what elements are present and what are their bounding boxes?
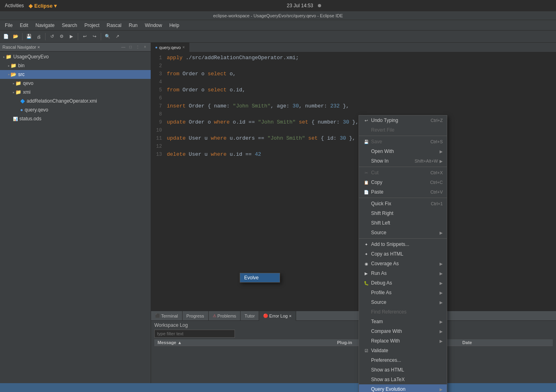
filter-input[interactable] (154, 330, 235, 338)
workspace-log-label: Workspace Log (154, 322, 553, 328)
ctx-copyhtml[interactable]: ✦Copy as HTML (359, 249, 447, 259)
ctx-openwith[interactable]: Open With ▶ (359, 146, 447, 156)
triangle-qevo: ▸ (13, 82, 15, 85)
coverageas-arrow: ▶ (440, 262, 443, 266)
sidebar-header: Rascal Navigator × — □ ⋮ × (0, 43, 151, 52)
toolbar-open[interactable]: 📂 (11, 32, 20, 41)
tree-label-queryqevo: query.qevo (25, 107, 48, 113)
code-line-6: 6 (151, 94, 556, 102)
tab-errorlog[interactable]: 🔴 Error Log × (259, 311, 296, 321)
paste-icon: 📄 (363, 189, 369, 195)
problems-icon: ⚠ (213, 314, 216, 318)
tab-problems[interactable]: ⚠ Problems (209, 311, 241, 321)
sidebar-maximize[interactable]: □ (127, 44, 134, 50)
toolbar-save[interactable]: 💾 (25, 32, 33, 41)
openwith-arrow: ▶ (440, 149, 443, 154)
menu-bar: File Edit Navigate Search Project Rascal… (0, 20, 556, 31)
code-line-2: 2 (151, 62, 556, 70)
tab-progress[interactable]: Progress (183, 311, 209, 321)
tree-label-xmi: xmi (23, 89, 31, 95)
ctx-sep-1 (359, 136, 447, 136)
toolbar-new[interactable]: 📄 (2, 32, 10, 41)
ctx-paste[interactable]: 📄Paste Ctrl+V (359, 187, 447, 197)
ctx-copy[interactable]: 📋Copy Ctrl+C (359, 177, 447, 187)
ctx-team[interactable]: Team ▶ (359, 317, 447, 326)
tree-item-qevo[interactable]: ▸ 📁 qevo (0, 79, 151, 88)
submenu-evolve[interactable]: Evolve (240, 273, 280, 282)
tab-tutor[interactable]: Tutor (241, 311, 259, 321)
quickfix-icon (363, 200, 369, 207)
sidebar-close[interactable]: × (142, 44, 148, 50)
ctx-queryevo[interactable]: Query Evolution ▶ (359, 384, 447, 392)
menu-help[interactable]: Help (166, 21, 183, 29)
ctx-quickfix[interactable]: Quick Fix Ctrl+1 (359, 199, 447, 208)
ctx-source2[interactable]: Source ▶ (359, 297, 447, 307)
ctx-showlatex[interactable]: Show as LaTeX (359, 375, 447, 384)
notification-dot (318, 4, 321, 7)
sidebar-menu[interactable]: ⋮ (135, 44, 141, 50)
code-line-7: 7 insert Order { name: "John Smith", age… (151, 102, 556, 110)
tree-item-root[interactable]: ▸ 📁 UsageQueryEvo (0, 52, 151, 61)
menu-navigate[interactable]: Navigate (32, 21, 58, 29)
menu-project[interactable]: Project (81, 21, 102, 29)
menu-run[interactable]: Run (125, 21, 141, 29)
ctx-undo[interactable]: ↩Undo Typing Ctrl+Z (359, 116, 447, 125)
editor-tab-queryqevo[interactable]: ● query.qevo × (151, 43, 189, 52)
ctx-runas[interactable]: ▶Run As ▶ (359, 268, 447, 278)
title-bar: eclipse-workspace - UsageQueryEvo/src/qu… (0, 11, 556, 20)
ctx-save: 💾Save Ctrl+S (359, 137, 447, 146)
ctx-profileas[interactable]: Profile As ▶ (359, 288, 447, 297)
activities-label[interactable]: Activities (5, 3, 24, 8)
ctx-debugas[interactable]: 🐛Debug As ▶ (359, 278, 447, 288)
ctx-preferences[interactable]: Preferences... (359, 355, 447, 365)
toolbar-refresh[interactable]: ↺ (48, 32, 56, 41)
code-line-9: 9 update Order o where o.id == "John Smi… (151, 118, 556, 126)
toolbar-undo[interactable]: ↩ (80, 32, 89, 41)
ctx-sep-3 (359, 198, 447, 198)
ctx-snippets[interactable]: ✦Add to Snippets... (359, 239, 447, 249)
toolbar-redo[interactable]: ↪ (90, 32, 99, 41)
toolbar-run[interactable]: ▶ (67, 32, 76, 41)
bottom-tabs: ⬛ Terminal Progress ⚠ Problems Tutor 🔴 E… (151, 311, 556, 321)
menu-file[interactable]: File (2, 21, 16, 29)
tree-item-queryqevo[interactable]: ● query.qevo (0, 105, 151, 114)
tree-item-xmi[interactable]: ▸ 📁 xmi (0, 88, 151, 97)
findref-icon (363, 309, 369, 315)
toolbar-sep-4 (101, 33, 101, 40)
menu-edit[interactable]: Edit (17, 21, 31, 29)
ctx-shiftright[interactable]: Shift Right (359, 208, 447, 218)
save-icon: 💾 (363, 138, 369, 145)
toolbar-external[interactable]: ↗ (113, 32, 122, 41)
sidebar-minimize[interactable]: — (120, 44, 127, 50)
menu-rascal[interactable]: Rascal (104, 21, 125, 29)
menu-search[interactable]: Search (58, 21, 80, 29)
ctx-replacewith[interactable]: Replace With ▶ (359, 336, 447, 346)
tab-terminal[interactable]: ⬛ Terminal (151, 311, 183, 321)
sidebar-title: Rascal Navigator × (2, 45, 40, 50)
toolbar-build[interactable]: ⚙ (57, 32, 66, 41)
toolbar-search[interactable]: 🔍 (103, 32, 112, 41)
triangle-xmi: ▸ (13, 91, 15, 94)
tree-item-bin[interactable]: ▸ 📁 bin (0, 61, 151, 70)
ctx-coverageas[interactable]: ◉Coverage As ▶ (359, 259, 447, 268)
ctx-shiftleft[interactable]: Shift Left (359, 218, 447, 228)
tree-item-src[interactable]: ▾ 📂 src (0, 70, 151, 79)
tree-label-statusods: status.ods (19, 116, 41, 122)
tree-item-addrelation[interactable]: 🔷 addRelationChangeOperator.xmi (0, 97, 151, 105)
ctx-source1[interactable]: Source ▶ (359, 228, 447, 237)
tree-item-statusods[interactable]: 📊 status.ods (0, 114, 151, 123)
editor-content[interactable]: 1 apply ./src/addRelationChangeOperator.… (151, 52, 556, 311)
toolbar-print[interactable]: 🖨 (34, 32, 43, 41)
replacewith-icon (363, 338, 369, 344)
editor-area: ● query.qevo × 1 apply ./src/addRelation… (151, 43, 556, 383)
triangle-src: ▾ (8, 73, 10, 76)
editor-tabs: ● query.qevo × (151, 43, 556, 52)
menu-window[interactable]: Window (142, 21, 166, 29)
tab-close-queryqevo[interactable]: × (183, 45, 185, 50)
ctx-showin[interactable]: Show In Shift+Alt+W▶ (359, 156, 447, 166)
queryevo-submenu: Evolve (240, 273, 280, 283)
ctx-showhtml[interactable]: Show as HTML (359, 365, 447, 375)
ctx-comparewith[interactable]: Compare With ▶ (359, 326, 447, 336)
eclipse-logo[interactable]: ◆ Eclipse ▾ (29, 3, 57, 9)
ctx-validate[interactable]: ☑Validate (359, 346, 447, 355)
